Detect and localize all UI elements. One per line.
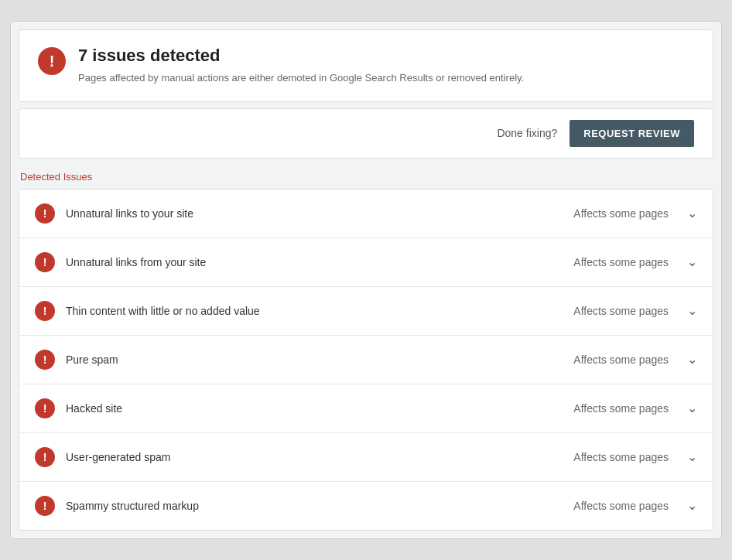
issue-error-icon: ! bbox=[35, 496, 55, 516]
issue-row[interactable]: !User-generated spamAffects some pages⌄ bbox=[19, 433, 713, 482]
issue-name: Pure spam bbox=[66, 353, 563, 366]
issue-status: Affects some pages bbox=[573, 207, 669, 220]
issue-error-icon: ! bbox=[35, 301, 55, 321]
chevron-down-icon[interactable]: ⌄ bbox=[687, 206, 697, 220]
issue-error-icon: ! bbox=[35, 398, 55, 418]
issue-row[interactable]: !Spammy structured markupAffects some pa… bbox=[19, 482, 713, 530]
issue-status: Affects some pages bbox=[573, 451, 669, 463]
issue-status: Affects some pages bbox=[573, 500, 669, 512]
issue-name: Spammy structured markup bbox=[66, 500, 563, 512]
issue-error-icon: ! bbox=[35, 350, 55, 370]
issue-status: Affects some pages bbox=[573, 402, 669, 415]
done-fixing-label: Done fixing? bbox=[497, 127, 557, 139]
issue-row[interactable]: !Pure spamAffects some pages⌄ bbox=[19, 336, 713, 384]
issue-status: Affects some pages bbox=[573, 305, 669, 317]
issue-status: Affects some pages bbox=[573, 353, 669, 366]
chevron-down-icon[interactable]: ⌄ bbox=[687, 401, 697, 415]
main-container: ! 7 issues detected Pages affected by ma… bbox=[10, 21, 722, 539]
header-text: 7 issues detected Pages affected by manu… bbox=[78, 46, 524, 86]
issue-name: Thin content with little or no added val… bbox=[66, 305, 563, 317]
issue-error-icon: ! bbox=[35, 447, 55, 467]
section-label: Detected Issues bbox=[19, 168, 713, 189]
header-card: ! 7 issues detected Pages affected by ma… bbox=[19, 29, 713, 102]
chevron-down-icon[interactable]: ⌄ bbox=[687, 352, 697, 367]
issue-row[interactable]: !Unnatural links to your siteAffects som… bbox=[19, 190, 713, 238]
issue-row[interactable]: !Unnatural links from your siteAffects s… bbox=[19, 238, 713, 287]
page-title: 7 issues detected bbox=[78, 46, 524, 66]
request-review-button[interactable]: REQUEST REVIEW bbox=[570, 120, 694, 147]
chevron-down-icon[interactable]: ⌄ bbox=[687, 449, 697, 464]
issue-row[interactable]: !Thin content with little or no added va… bbox=[19, 287, 713, 336]
issue-name: Unnatural links to your site bbox=[66, 207, 563, 220]
issue-name: User-generated spam bbox=[66, 451, 563, 463]
chevron-down-icon[interactable]: ⌄ bbox=[687, 254, 697, 269]
issue-error-icon: ! bbox=[35, 252, 55, 272]
chevron-down-icon[interactable]: ⌄ bbox=[687, 498, 697, 513]
action-bar: Done fixing? REQUEST REVIEW bbox=[19, 108, 713, 159]
header-description: Pages affected by manual actions are eit… bbox=[78, 70, 524, 86]
chevron-down-icon[interactable]: ⌄ bbox=[687, 303, 697, 318]
issue-status: Affects some pages bbox=[573, 256, 669, 268]
header-error-icon: ! bbox=[38, 47, 66, 75]
issue-error-icon: ! bbox=[35, 203, 55, 224]
issue-row[interactable]: !Hacked siteAffects some pages⌄ bbox=[19, 384, 713, 433]
issue-name: Hacked site bbox=[66, 402, 563, 415]
issue-name: Unnatural links from your site bbox=[66, 256, 563, 268]
issues-list: !Unnatural links to your siteAffects som… bbox=[19, 189, 713, 531]
